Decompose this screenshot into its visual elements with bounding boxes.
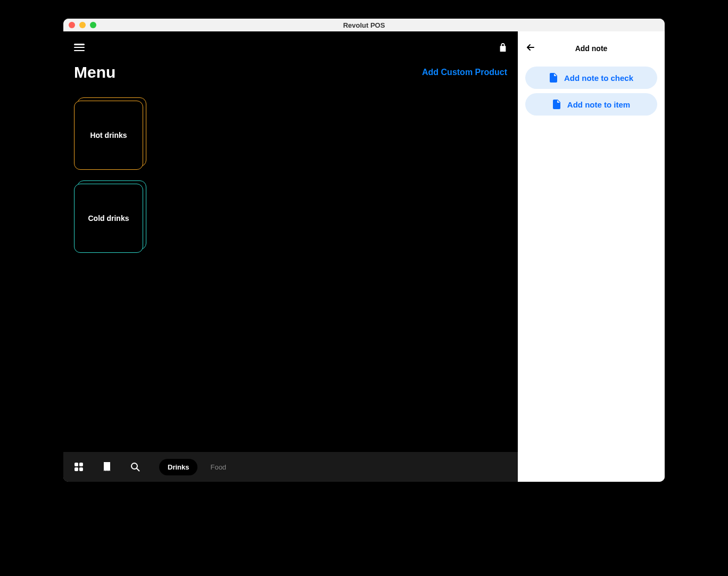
tab-food[interactable]: Food <box>210 463 226 471</box>
lock-icon[interactable] <box>499 43 507 52</box>
back-arrow-icon[interactable] <box>525 42 536 55</box>
receipt-icon[interactable] <box>103 462 111 472</box>
close-window-button[interactable] <box>69 22 75 28</box>
svg-rect-0 <box>75 463 78 466</box>
minimize-window-button[interactable] <box>79 22 86 28</box>
app-window: Revolut POS Menu Add Custom Product <box>63 19 665 482</box>
window-title: Revolut POS <box>63 21 665 29</box>
traffic-lights <box>69 22 96 28</box>
category-label: Hot drinks <box>74 101 143 170</box>
panel-title: Add note <box>525 44 657 53</box>
button-label: Add note to item <box>567 100 630 109</box>
svg-line-5 <box>137 468 139 471</box>
category-card-hot-drinks[interactable]: Hot drinks <box>74 97 146 170</box>
document-icon <box>552 100 561 109</box>
svg-rect-3 <box>79 467 83 471</box>
svg-rect-1 <box>79 463 83 466</box>
grid-icon[interactable] <box>74 462 84 472</box>
window-titlebar: Revolut POS <box>63 19 665 31</box>
tab-drinks[interactable]: Drinks <box>159 459 197 475</box>
button-label: Add note to check <box>564 73 633 83</box>
document-icon <box>549 73 558 83</box>
main-area: Menu Add Custom Product Hot drinks Cold … <box>63 31 518 482</box>
panel-header: Add note <box>525 39 657 58</box>
add-custom-product-button[interactable]: Add Custom Product <box>422 68 507 77</box>
page-title: Menu <box>74 63 115 81</box>
app-body: Menu Add Custom Product Hot drinks Cold … <box>63 31 665 482</box>
svg-rect-2 <box>75 467 78 471</box>
bottom-bar: Drinks Food <box>63 452 518 482</box>
side-panel: Add note Add note to check Add note to i… <box>518 31 665 482</box>
add-note-to-check-button[interactable]: Add note to check <box>525 67 657 89</box>
search-icon[interactable] <box>130 462 140 472</box>
topbar <box>63 31 518 63</box>
category-label: Cold drinks <box>74 184 143 253</box>
page-header: Menu Add Custom Product <box>63 63 518 92</box>
maximize-window-button[interactable] <box>90 22 96 28</box>
add-note-to-item-button[interactable]: Add note to item <box>525 93 657 116</box>
categories-grid: Hot drinks Cold drinks <box>63 92 518 452</box>
menu-icon[interactable] <box>74 44 85 51</box>
category-card-cold-drinks[interactable]: Cold drinks <box>74 180 146 253</box>
